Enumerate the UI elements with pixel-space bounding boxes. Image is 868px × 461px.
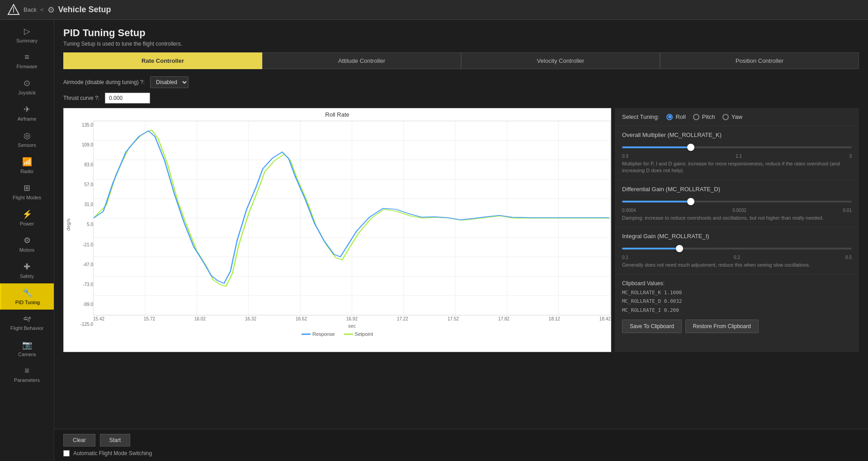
y-label-6: -21.0: [73, 242, 93, 247]
slider-thumb-2[interactable]: [676, 245, 683, 252]
differential-gain-labels: 0.0004 0.0032 0.01: [622, 208, 852, 213]
start-button[interactable]: Start: [100, 434, 130, 447]
tab-velocity-controller[interactable]: Velocity Controller: [461, 52, 660, 69]
x-label-2: 16.02: [194, 316, 206, 321]
sidebar-item-joystick[interactable]: ⊙ Joystick: [0, 74, 54, 100]
y-label-9: -99.0: [73, 302, 93, 307]
restore-from-clipboard-button[interactable]: Restore From Clipboard: [685, 320, 759, 333]
airmode-control: Airmode (disable during tuning) ?: Disab…: [63, 76, 859, 88]
sidebar-item-radio[interactable]: 📶 Radio: [0, 152, 54, 179]
y-label-3: 57.0: [73, 182, 93, 187]
sidebar-item-airframe[interactable]: ✈ Airframe: [0, 100, 54, 126]
summary-icon: ▷: [24, 26, 30, 36]
tab-position-controller[interactable]: Position Controller: [660, 52, 859, 69]
slider-fill-2: [622, 248, 679, 249]
back-button[interactable]: Back: [24, 6, 37, 13]
safety-icon: ✚: [24, 262, 30, 272]
y-label-10: -125.0: [73, 322, 93, 327]
y-label-8: -73.0: [73, 282, 93, 287]
auto-switch-row: Automatic Flight Mode Switching: [63, 450, 859, 456]
motors-icon: ⚙: [24, 235, 31, 245]
x-label-6: 17.22: [397, 316, 408, 321]
airmode-select[interactable]: Disabled Enabled: [150, 76, 189, 88]
pid-section-overall: Overall Multiplier (MC_ROLLRATE_K) 0.3 1…: [615, 126, 859, 180]
x-label-3: 16.32: [245, 316, 256, 321]
sidebar-item-label: Radio: [20, 169, 33, 174]
save-to-clipboard-button[interactable]: Save To Clipboard: [622, 320, 682, 333]
radio-icon: 📶: [22, 157, 32, 167]
integral-gain-desc: Generally does not need much adjustment,…: [622, 262, 852, 268]
sidebar-item-flight-modes[interactable]: ⊞ Flight Modes: [0, 179, 54, 205]
power-icon: ⚡: [22, 209, 32, 219]
sidebar-item-pid-tuning[interactable]: 🔧 PID Tuning: [0, 283, 54, 310]
chart-pid-area: Roll Rate deg/s 135.0 109.0 83.0 57.0 31: [63, 108, 859, 352]
sidebar-item-label: PID Tuning: [15, 300, 40, 305]
thrust-curve-control: Thrust curve ?:: [63, 93, 859, 103]
page-subtitle: Tuning Setup is used to tune the flight …: [63, 41, 859, 47]
integral-gain-labels: 0.1 0.2 0.5: [622, 255, 852, 260]
sidebar-item-label: Motors: [19, 247, 35, 253]
clipboard-title: Clipboard Values:: [622, 280, 852, 287]
y-label-4: 31.0: [73, 202, 93, 207]
response-color: [302, 334, 311, 335]
auto-switch-checkbox[interactable]: [63, 450, 70, 456]
differential-gain-desc: Damping: increase to reduce overshoots a…: [622, 215, 852, 221]
tab-bar: Rate Controller Attitude Controller Velo…: [63, 52, 859, 69]
chart-legend: Response Setpoint: [64, 329, 611, 339]
overall-multiplier-slider[interactable]: [622, 143, 852, 152]
flight-modes-icon: ⊞: [24, 183, 30, 193]
settings-icon: ⚙: [47, 5, 55, 15]
clipboard-buttons: Save To Clipboard Restore From Clipboard: [622, 320, 852, 333]
sensors-icon: ◎: [24, 131, 31, 141]
thrust-curve-input[interactable]: [105, 93, 150, 103]
sidebar-item-label: Joystick: [18, 90, 36, 95]
radio-pitch-dot: [693, 114, 699, 120]
sidebar-item-label: Power: [20, 221, 34, 226]
setpoint-color: [344, 334, 353, 335]
sidebar-item-camera[interactable]: 📷 Camera: [0, 335, 54, 362]
auto-switch-label: Automatic Flight Mode Switching: [73, 450, 152, 456]
clear-button[interactable]: Clear: [63, 434, 95, 447]
integral-gain-slider[interactable]: [622, 244, 852, 253]
app-header: Back < ⚙ Vehicle Setup: [0, 0, 868, 20]
x-label-10: 18.42: [599, 316, 611, 321]
differential-max: 0.01: [843, 208, 852, 213]
sidebar-item-parameters[interactable]: ≡ Parameters: [0, 362, 54, 387]
sidebar-item-label: Airframe: [18, 116, 37, 122]
firmware-icon: ≡: [24, 52, 29, 62]
sidebar-item-power[interactable]: ⚡ Power: [0, 205, 54, 231]
y-axis-label: deg/s: [66, 219, 71, 231]
sidebar-item-summary[interactable]: ▷ Summary: [0, 22, 54, 48]
sidebar-item-flight-behavior[interactable]: 🛩 Flight Behavior: [0, 310, 54, 335]
flight-behavior-icon: 🛩: [23, 314, 31, 324]
sidebar-item-safety[interactable]: ✚ Safety: [0, 257, 54, 283]
sidebar-item-firmware[interactable]: ≡ Firmware: [0, 48, 54, 74]
overall-multiplier-desc: Multiplier for P, I and D gains: increas…: [622, 160, 852, 174]
sidebar-item-label: Summary: [16, 38, 38, 43]
sidebar-item-label: Camera: [18, 352, 36, 357]
y-label-1: 109.0: [73, 142, 93, 147]
radio-pitch[interactable]: Pitch: [693, 113, 715, 120]
overall-multiplier-title: Overall Multiplier (MC_ROLLRATE_K): [622, 132, 852, 138]
legend-response-label: Response: [312, 331, 335, 337]
pid-section-differential: Differential Gain (MC_ROLLRATE_D) 0.0004…: [615, 180, 859, 227]
sidebar-item-sensors[interactable]: ◎ Sensors: [0, 126, 54, 152]
tab-rate-controller[interactable]: Rate Controller: [63, 52, 262, 69]
differential-gain-slider[interactable]: [622, 197, 852, 206]
airframe-icon: ✈: [24, 104, 30, 114]
radio-yaw[interactable]: Yaw: [722, 113, 742, 120]
clipboard-values: MC_ROLLRATE_K 1.1000 MC_ROLLRATE_D 0.003…: [622, 288, 852, 315]
tab-attitude-controller[interactable]: Attitude Controller: [262, 52, 461, 69]
sidebar-item-label: Safety: [20, 273, 34, 279]
overall-max: 3: [849, 154, 852, 159]
integral-gain-title: Integral Gain (MC_ROLLRATE_I): [622, 233, 852, 240]
sidebar-item-label: Sensors: [18, 142, 36, 148]
select-tuning-label: Select Tuning:: [622, 113, 659, 120]
sidebar-item-motors[interactable]: ⚙ Motors: [0, 231, 54, 257]
slider-thumb-1[interactable]: [687, 198, 694, 205]
radio-roll[interactable]: Roll: [666, 113, 685, 120]
radio-roll-label: Roll: [675, 113, 685, 120]
slider-thumb-0[interactable]: [687, 144, 694, 151]
airmode-label: Airmode (disable during tuning) ?:: [63, 79, 145, 85]
sidebar-item-label: Flight Modes: [13, 195, 41, 200]
